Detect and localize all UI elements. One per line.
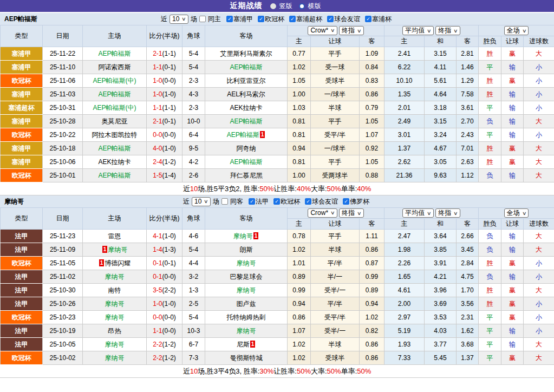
- avg-home-odds: 4.61: [384, 284, 425, 297]
- away-team[interactable]: AEP帕福斯: [230, 117, 262, 125]
- home-team[interactable]: AEP帕福斯: [98, 145, 131, 152]
- league-filter-label[interactable]: 佛罗杯: [350, 197, 369, 206]
- scope-select[interactable]: 全场∨: [504, 208, 529, 218]
- same-away-label[interactable]: 同客: [230, 197, 243, 206]
- same-away-checkbox[interactable]: [221, 198, 228, 205]
- league-filter-label[interactable]: 塞浦杯: [372, 15, 392, 24]
- home-team[interactable]: AEP帕福斯: [98, 50, 131, 57]
- avg-draw-odds: 3.05: [425, 155, 457, 169]
- bookmaker-select[interactable]: Crow*∨: [308, 208, 337, 218]
- same-home-checkbox[interactable]: [199, 16, 206, 22]
- full-time-score: 1-5: [153, 172, 162, 179]
- away-team[interactable]: 曼彻斯特城: [230, 354, 263, 362]
- home-team[interactable]: AEP帕福斯: [98, 172, 131, 179]
- home-team[interactable]: 阿诺索西斯: [99, 63, 131, 71]
- away-team[interactable]: 摩纳哥: [237, 286, 256, 294]
- league-checkbox[interactable]: ✓: [343, 198, 349, 205]
- odds-home: 0.86: [288, 311, 311, 324]
- final-odds-select[interactable]: 终指∨: [339, 208, 364, 218]
- vertical-layout-radio[interactable]: [270, 3, 276, 9]
- away-team[interactable]: AEL利马索尔: [227, 90, 265, 98]
- home-team[interactable]: 雷恩: [108, 232, 121, 240]
- result-winlose: 胜: [479, 74, 501, 88]
- home-team-cell: 阿诺索西斯: [83, 61, 147, 74]
- home-team[interactable]: 摩纳哥: [105, 300, 125, 308]
- horizontal-layout-radio[interactable]: [299, 3, 305, 9]
- league-checkbox[interactable]: ✓: [305, 198, 311, 205]
- away-team[interactable]: AEP帕福斯: [230, 158, 262, 166]
- away-team[interactable]: 托特纳姆热刺: [227, 313, 266, 321]
- league-checkbox[interactable]: ✓: [289, 16, 296, 22]
- league-filter-label[interactable]: 塞浦超杯: [296, 15, 322, 24]
- home-team[interactable]: AEK拉纳卡: [98, 158, 131, 166]
- home-team[interactable]: 摩纳哥: [108, 246, 127, 253]
- same-home-label[interactable]: 同主: [208, 15, 221, 24]
- col-score: 比分(半场): [147, 208, 183, 230]
- away-team[interactable]: 阿奇纳: [237, 145, 256, 152]
- away-team[interactable]: 比利亚雷亚尔: [227, 77, 266, 84]
- league-filter-label[interactable]: 球会友谊: [312, 197, 338, 206]
- league-checkbox[interactable]: ✓: [273, 198, 280, 205]
- league-checkbox[interactable]: ✓: [365, 16, 371, 22]
- away-team[interactable]: AEP帕福斯: [230, 63, 262, 71]
- half-time-score: (1-3): [162, 246, 176, 253]
- full-time-score: 3-5: [153, 286, 162, 294]
- home-team-cell: 摩纳哥: [83, 338, 147, 351]
- away-team[interactable]: 朗斯: [240, 246, 253, 253]
- league-filter-label[interactable]: 法甲: [256, 197, 269, 206]
- away-team-cell: 图卢兹: [205, 297, 288, 311]
- away-team[interactable]: 巴黎足球会: [230, 273, 263, 280]
- home-team[interactable]: 摩纳哥: [105, 313, 125, 321]
- away-team[interactable]: AEP帕福斯: [227, 131, 259, 139]
- avg-draw-odds: 3.91: [425, 257, 457, 270]
- result-winlose: 平: [479, 101, 501, 115]
- league-filter-label[interactable]: 欧冠杯: [265, 15, 284, 24]
- final-avg-select[interactable]: 终指∨: [435, 208, 460, 218]
- result-winlose: 负: [479, 230, 501, 243]
- avg-draw-odds: 3.18: [425, 101, 457, 115]
- average-select[interactable]: 平均值∨: [402, 26, 434, 35]
- away-team[interactable]: AEK拉纳卡: [230, 104, 262, 112]
- vertical-layout-label[interactable]: 竖版: [279, 2, 292, 11]
- away-team[interactable]: 尼斯: [237, 341, 250, 348]
- horizontal-layout-label[interactable]: 横版: [308, 2, 321, 11]
- league-badge: 欧冠杯: [1, 74, 43, 88]
- home-team[interactable]: 阿拉木图凯拉特: [92, 131, 138, 139]
- home-team[interactable]: 摩纳哥: [105, 273, 125, 280]
- games-count-select[interactable]: 10∨: [192, 197, 211, 206]
- average-select[interactable]: 平均值∨: [402, 208, 434, 218]
- league-checkbox[interactable]: ✓: [226, 16, 233, 22]
- games-count-select[interactable]: 10∨: [170, 15, 188, 24]
- league-checkbox[interactable]: ✓: [258, 16, 264, 22]
- home-team[interactable]: AEP帕福斯(中): [93, 77, 136, 84]
- home-team[interactable]: 南特: [108, 286, 121, 294]
- league-filter-label[interactable]: 欧冠杯: [281, 197, 300, 206]
- away-team[interactable]: 图卢兹: [237, 300, 256, 308]
- home-team[interactable]: 博德闪耀: [105, 259, 131, 267]
- league-checkbox[interactable]: ✓: [327, 16, 334, 22]
- team-filter-bar: 摩纳哥 近 10∨ 场 同客 ✓法甲✓欧冠杯✓球会友谊✓佛罗杯: [0, 195, 554, 207]
- full-time-score: 2-2: [153, 354, 162, 362]
- home-team[interactable]: 摩纳哥: [105, 341, 125, 348]
- away-team[interactable]: 拜仁慕尼黑: [230, 172, 263, 179]
- final-odds-select[interactable]: 终指∨: [339, 26, 364, 35]
- away-team[interactable]: 摩纳哥: [237, 327, 256, 335]
- match-row: 法甲25-11-23雷恩4-1(1-0)4-6摩纳哥10.78平手1.112.4…: [1, 230, 554, 243]
- away-team[interactable]: 摩纳哥: [237, 259, 256, 267]
- scope-select[interactable]: 全场∨: [504, 26, 529, 35]
- result-winlose: 胜: [479, 88, 501, 101]
- league-filter-label[interactable]: 塞浦甲: [233, 15, 253, 24]
- bookmaker-select[interactable]: Crow*∨: [308, 26, 337, 35]
- home-team[interactable]: 奥莫尼亚: [102, 117, 128, 125]
- home-team[interactable]: 摩纳哥: [105, 354, 125, 362]
- league-filter-label[interactable]: 球会友谊: [334, 15, 360, 24]
- league-checkbox[interactable]: ✓: [249, 198, 255, 205]
- home-team[interactable]: AEP帕福斯: [98, 90, 131, 98]
- home-team[interactable]: AEP帕福斯(中): [93, 104, 136, 112]
- away-team[interactable]: 艾里斯利马斯素尔: [220, 50, 272, 57]
- layout-radio-group: 竖版 横版: [270, 2, 324, 11]
- final-avg-select[interactable]: 终指∨: [435, 26, 460, 35]
- match-row: 塞浦超杯25-10-31AEP帕福斯(中)1-1(1-1)2-3AEK拉纳卡1.…: [1, 101, 554, 115]
- away-team[interactable]: 摩纳哥: [233, 232, 253, 240]
- home-team[interactable]: 昂热: [108, 327, 121, 335]
